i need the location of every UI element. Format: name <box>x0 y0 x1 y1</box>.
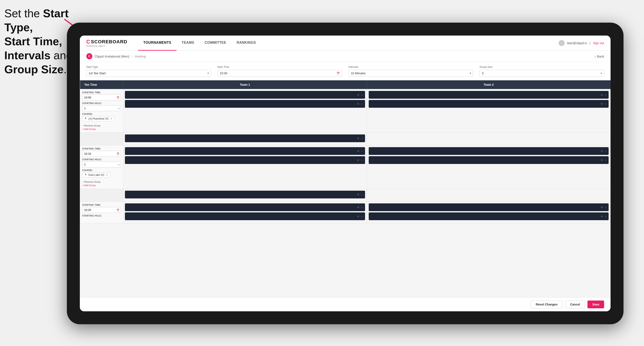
starting-hole-label-3: STARTING HOLE: <box>82 215 121 217</box>
table-row-extra-1: ✕ ○ <box>80 133 610 146</box>
slot-controls-2-t1-1: ✕ ○ <box>357 150 363 153</box>
start-time-label: Start Time <box>218 65 342 68</box>
user-avatar <box>558 40 564 46</box>
slot-controls-1-t1-1: ✕ ○ <box>357 93 363 97</box>
player-slot-2-t1-1: ✕ ○ <box>125 147 365 155</box>
slot-remove-icon[interactable]: ✕ <box>601 159 603 162</box>
slot-remove-icon[interactable]: ✕ <box>601 206 603 209</box>
time-input-wrapper-1 <box>82 95 121 100</box>
course-tag-2: 📍 East Lake GC ✕ <box>82 172 110 177</box>
table-row-extra-2: ✕ ○ <box>80 189 610 202</box>
add-group-btn-2[interactable]: + Add Group <box>82 184 121 186</box>
course-remove-2[interactable]: ✕ <box>106 173 108 176</box>
tablet-shell: C SCOREBOARD Powered by clipp.io TOURNAM… <box>67 23 624 324</box>
start-type-select[interactable]: 1st Tee Start Shotgun Start 10th Tee Sta… <box>86 70 211 77</box>
course-label-2: COURSE: <box>82 169 121 172</box>
cancel-button[interactable]: Cancel <box>565 301 585 308</box>
logo: C SCOREBOARD Powered by clipp.io <box>86 39 127 47</box>
table-row: STARTING TIME: STARTING HOLE: 123 COURSE… <box>80 89 610 133</box>
slot-controls-extra-t1: ✕ ○ <box>357 137 363 140</box>
breadcrumb-tournament: Clippd Invitational (Men) <box>94 54 130 58</box>
slot-expand-icon: ○ <box>361 102 363 106</box>
group-size-select-wrapper: 2 3 4 <box>480 70 604 77</box>
slot-expand-icon: ○ <box>361 137 363 140</box>
nav-tab-tournaments[interactable]: TOURNAMENTS <box>138 35 176 51</box>
player-slot-1-t1-2: ✕ ○ <box>125 100 365 108</box>
course-name-2: East Lake GC <box>88 173 105 176</box>
intervals-select[interactable]: 5 Minutes 8 Minutes 10 Minutes 12 Minute… <box>348 70 473 77</box>
remove-group-btn-1[interactable]: ○ Remove Group <box>82 124 121 127</box>
nav-tab-rankings[interactable]: RANKINGS <box>232 35 261 51</box>
slot-controls-3-t1-2: ✕ ○ <box>357 215 363 218</box>
player-slot-3-t2-1: ✕ ○ <box>369 203 609 211</box>
annotation-intervals: Intervals <box>4 49 50 62</box>
tee-time-col-3: STARTING TIME: STARTING HOLE: <box>80 202 123 223</box>
nav-tabs: TOURNAMENTS TEAMS COMMITTEE RANKINGS <box>138 35 558 51</box>
player-slot-2-t1-2: ✕ ○ <box>125 156 365 164</box>
team1-extra-cell-1: ✕ ○ <box>123 133 367 146</box>
start-time-input-wrapper <box>218 70 342 77</box>
player-slot-extra-t1: ✕ ○ <box>125 135 365 142</box>
slot-remove-icon[interactable]: ✕ <box>357 215 360 218</box>
user-email: blair@clippd.io <box>567 41 587 45</box>
sign-out-link[interactable]: Sign out <box>593 41 604 45</box>
back-button[interactable]: ‹ Back <box>594 54 604 58</box>
start-time-input[interactable] <box>218 70 342 77</box>
team1-cell-3: ✕ ○ ✕ ○ <box>123 202 367 223</box>
nav-tab-teams[interactable]: TEAMS <box>176 35 200 51</box>
slot-remove-icon[interactable]: ✕ <box>357 159 360 162</box>
team2-extra-cell-1 <box>367 133 610 146</box>
slot-remove-icon[interactable]: ✕ <box>601 102 603 106</box>
settings-row: Start Type 1st Tee Start Shotgun Start 1… <box>80 62 610 80</box>
course-label-1: COURSE: <box>82 113 121 115</box>
slot-remove-icon[interactable]: ✕ <box>357 102 360 106</box>
team2-cell-2: ✕ ○ ✕ ○ <box>367 146 610 189</box>
slot-expand-icon: ○ <box>361 150 363 153</box>
player-slot-3-t1-1: ✕ ○ <box>125 203 365 211</box>
player-slot-2-t2-2: ✕ ○ <box>369 156 609 164</box>
hole-select-1[interactable]: 123 <box>82 105 121 111</box>
nav-tab-committee[interactable]: COMMITTEE <box>199 35 232 51</box>
breadcrumb-bar: C Clippd Invitational (Men) › Hosting ‹ … <box>80 51 610 62</box>
remove-group-btn-2[interactable]: ○ Remove Group <box>82 180 121 183</box>
slot-remove-icon[interactable]: ✕ <box>601 215 603 218</box>
tee-table: Tee Time Team 1 Team 2 STARTING TIME: <box>80 80 610 223</box>
slot-expand-icon: ○ <box>361 206 363 209</box>
hole-select-2[interactable]: 12 <box>82 162 121 168</box>
slot-remove-icon[interactable]: ✕ <box>357 93 360 97</box>
table-row-3: STARTING TIME: STARTING HOLE: ✕ ○ <box>80 202 610 223</box>
slot-remove-icon[interactable]: ✕ <box>601 150 603 153</box>
group-actions-2: ○ Remove Group + Add Group <box>82 180 121 186</box>
logo-c: C <box>86 39 90 45</box>
team1-cell-1: ✕ ○ ✕ ○ <box>123 89 367 133</box>
course-remove-1[interactable]: ✕ <box>110 117 112 120</box>
tee-table-container: Tee Time Team 1 Team 2 STARTING TIME: <box>80 80 610 297</box>
slot-expand-icon: ○ <box>361 93 363 97</box>
breadcrumb-section: Hosting <box>135 54 146 58</box>
time-input-1[interactable] <box>82 95 121 100</box>
start-type-label: Start Type <box>86 65 211 68</box>
group-size-select[interactable]: 2 3 4 <box>480 70 604 77</box>
slot-remove-icon[interactable]: ✕ <box>601 93 603 97</box>
start-time-group: Start Time <box>218 65 342 77</box>
save-button[interactable]: Save <box>588 301 604 308</box>
add-group-btn-1[interactable]: + Add Group <box>82 128 121 130</box>
slot-remove-icon[interactable]: ✕ <box>357 193 360 196</box>
reset-button[interactable]: Reset Changes <box>531 301 562 308</box>
breadcrumb-icon: C <box>86 53 92 59</box>
col-team1: Team 1 <box>123 80 367 89</box>
team2-cell-1: ✕ ○ ✕ ○ <box>367 89 610 133</box>
time-input-3[interactable] <box>82 207 121 213</box>
player-slot-1-t2-2: ✕ ○ <box>369 100 609 108</box>
slot-remove-icon[interactable]: ✕ <box>357 206 360 209</box>
annotation-group-size: Group Size <box>4 63 64 76</box>
slot-controls-2-t1-2: ✕ ○ <box>357 159 363 162</box>
slot-remove-icon[interactable]: ✕ <box>357 150 360 153</box>
breadcrumb: C Clippd Invitational (Men) › Hosting <box>86 53 146 59</box>
team1-cell-2: ✕ ○ ✕ ○ <box>123 146 367 189</box>
slot-expand-icon: ○ <box>361 215 363 218</box>
time-input-2[interactable] <box>82 151 121 157</box>
slot-remove-icon[interactable]: ✕ <box>357 137 360 140</box>
starting-hole-label-1: STARTING HOLE: <box>82 102 121 105</box>
team1-extra-cell-2: ✕ ○ <box>123 189 367 202</box>
